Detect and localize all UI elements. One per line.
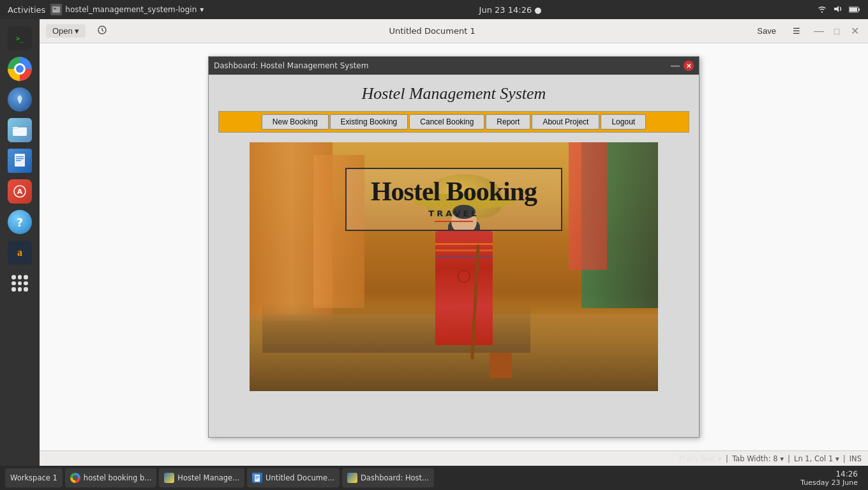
svg-rect-3: [57, 9, 59, 10]
nav-bar: New Booking Existing Booking Cancel Book…: [218, 111, 689, 133]
taskbar-dashboard-icon: [347, 473, 357, 483]
app-indicator[interactable]: hostel_management_system-login ▾: [50, 4, 204, 15]
tkinter-minimize-button[interactable]: —: [670, 61, 680, 71]
nav-new-booking[interactable]: New Booking: [262, 114, 329, 130]
tkinter-title: Dashboard: Hostel Management System: [214, 61, 368, 70]
dock-item-amazon[interactable]: a: [6, 239, 34, 267]
dock-item-writer[interactable]: [6, 147, 34, 175]
help-icon: ?: [8, 210, 32, 234]
svg-rect-12: [16, 158, 24, 160]
svg-text:A: A: [17, 188, 23, 196]
system-bar-center: Jun 23 14:26 ●: [479, 5, 542, 15]
dock-item-chrome[interactable]: [6, 55, 34, 83]
hms-app-title: Hostel Management System: [218, 84, 689, 103]
gedit-save-pin-button[interactable]: [92, 23, 112, 39]
gedit-close-button[interactable]: ✕: [848, 24, 862, 38]
taskbar-clock: 14:26 Tuesday 23 June: [800, 470, 858, 487]
tab-width-label: Tab Width: 8: [732, 454, 777, 463]
system-bar-right: [817, 4, 860, 15]
svg-rect-1: [54, 8, 56, 10]
taskbar-chrome[interactable]: hostel booking b...: [65, 468, 157, 487]
nav-logout[interactable]: Logout: [601, 114, 646, 130]
ins-label: INS: [849, 454, 862, 463]
nav-cancel-booking[interactable]: Cancel Booking: [409, 114, 484, 130]
sound-icon: [834, 4, 842, 15]
writer-icon: [8, 149, 32, 173]
tkinter-win-controls: — ✕: [670, 61, 694, 71]
appstore-icon: A: [8, 179, 32, 204]
activities-label[interactable]: Activities: [8, 5, 45, 15]
svg-rect-7: [849, 8, 857, 11]
taskbar-chrome-label: hostel booking b...: [84, 473, 152, 482]
thunderbird-icon: [8, 87, 32, 112]
dock-item-apps[interactable]: [6, 269, 34, 297]
taskbar-python-1-label: Hostel Manage...: [177, 473, 239, 482]
open-dropdown-arrow: ▾: [75, 26, 79, 36]
nav-existing-booking[interactable]: Existing Booking: [330, 114, 408, 130]
apps-grid-icon: [8, 271, 32, 295]
open-label: Open: [52, 26, 73, 36]
svg-rect-17: [255, 475, 260, 482]
taskbar: Workspace 1 hostel booking b... Hostel M…: [0, 466, 868, 490]
dock-item-files[interactable]: [6, 116, 34, 144]
svg-rect-9: [13, 127, 19, 129]
gedit-save-button[interactable]: Save: [752, 24, 781, 38]
workspace-label: Workspace 1: [10, 473, 57, 482]
taskbar-date: Tuesday 23 June: [800, 479, 858, 487]
hero-sub-text: TRAVEL: [362, 209, 546, 218]
gedit-open-button[interactable]: Open ▾: [46, 24, 86, 38]
tkinter-close-button[interactable]: ✕: [684, 61, 694, 71]
taskbar-python-icon-1: [164, 473, 174, 483]
dock-item-thunderbird[interactable]: [6, 85, 34, 114]
svg-rect-2: [57, 8, 59, 8]
system-bar: Activities hostel_management_system-logi…: [0, 0, 868, 19]
taskbar-time: 14:26: [800, 470, 858, 479]
gedit-titlebar: Open ▾ Untitled Document 1 Save ☰ — □ ✕: [40, 19, 868, 43]
cursor-pos-label: Ln 1, Col 1: [794, 454, 833, 463]
taskbar-right: 14:26 Tuesday 23 June: [800, 470, 863, 487]
taskbar-gedit-label: Untitled Docume...: [266, 473, 334, 482]
tkinter-titlebar: Dashboard: Hostel Management System — ✕: [209, 57, 699, 75]
amazon-icon: a: [8, 241, 32, 265]
hero-image-container: Hostel Booking TRAVEL: [250, 142, 658, 391]
body-top: [435, 230, 493, 345]
gedit-maximize-button[interactable]: □: [830, 24, 844, 38]
taskbar-gedit-icon: [252, 473, 262, 483]
terminal-icon: >_: [8, 26, 32, 50]
gedit-title: Untitled Document 1: [119, 26, 746, 36]
files-icon: [8, 118, 32, 142]
hero-image: Hostel Booking TRAVEL: [250, 142, 658, 391]
hero-main-text: Hostel Booking: [362, 177, 546, 206]
taskbar-gedit[interactable]: Untitled Docume...: [247, 468, 340, 487]
datetime-display: Jun 23 14:26 ●: [479, 5, 542, 15]
nav-about-project[interactable]: About Project: [532, 114, 599, 130]
battery-icon: [849, 4, 860, 15]
gedit-minimize-button[interactable]: —: [812, 24, 826, 38]
taskbar-dashboard-label: Dashboard: Host...: [361, 473, 429, 482]
taskbar-dashboard[interactable]: Dashboard: Host...: [342, 468, 434, 487]
svg-rect-11: [16, 156, 24, 158]
app-indicator-icon: [50, 4, 62, 15]
gedit-statusbar: Plain Text ▾ | Tab Width: 8 ▾ | Ln 1, Co…: [40, 450, 868, 466]
taskbar-workspace[interactable]: Workspace 1: [5, 468, 63, 487]
dock-item-terminal[interactable]: >_: [6, 24, 34, 52]
cursor-pos-selector[interactable]: Ln 1, Col 1 ▾: [794, 454, 839, 463]
gedit-window: Open ▾ Untitled Document 1 Save ☰ — □ ✕ …: [40, 19, 868, 466]
chrome-icon: [8, 57, 32, 81]
dock-item-appstore[interactable]: A: [6, 177, 34, 205]
bag: [490, 353, 512, 378]
nav-report[interactable]: Report: [486, 114, 530, 130]
tab-width-selector[interactable]: Tab Width: 8 ▾: [732, 454, 784, 463]
gedit-menu-button[interactable]: ☰: [788, 24, 805, 38]
dock-item-help[interactable]: ?: [6, 208, 34, 236]
app-dropdown-arrow[interactable]: ▾: [200, 5, 204, 14]
tab-width-arrow: ▾: [780, 454, 784, 463]
plain-text-selector[interactable]: Plain Text ▾: [679, 454, 722, 463]
taskbar-python-1[interactable]: Hostel Manage...: [159, 468, 244, 487]
tkinter-window: Dashboard: Hostel Management System — ✕ …: [208, 56, 700, 438]
svg-rect-20: [255, 479, 258, 479]
building-right-2: [569, 142, 607, 270]
hero-text-overlay: Hostel Booking TRAVEL: [345, 168, 562, 231]
svg-rect-19: [255, 477, 259, 478]
svg-marker-4: [834, 6, 839, 12]
